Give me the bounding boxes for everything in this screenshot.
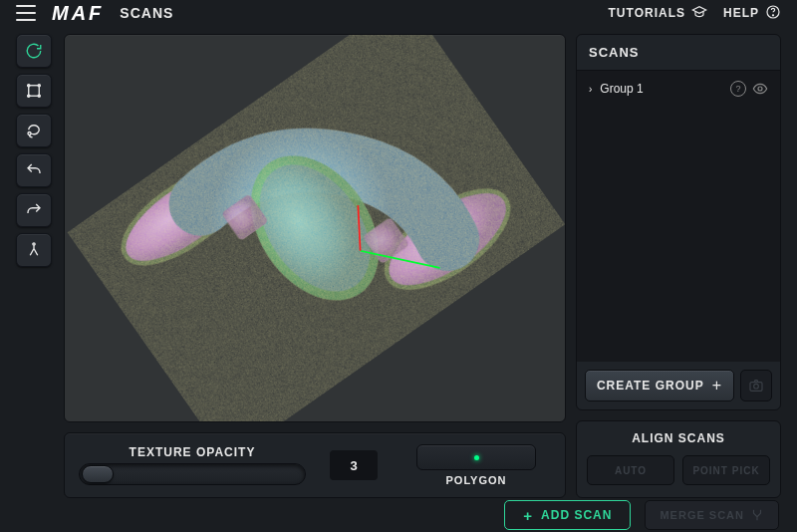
align-scans-title: ALIGN SCANS (587, 431, 770, 445)
svg-point-20 (754, 384, 759, 389)
svg-point-7 (28, 133, 31, 135)
plus-icon: + (712, 377, 722, 395)
svg-point-3 (28, 85, 30, 87)
snapshot-button[interactable] (740, 370, 772, 401)
svg-point-5 (28, 95, 30, 97)
slider-thumb[interactable] (82, 465, 114, 483)
create-group-button[interactable]: CREATE GROUP + (585, 370, 734, 401)
tutorials-label: TUTORIALS (609, 6, 685, 20)
measure-tool[interactable] (16, 233, 52, 267)
menu-icon[interactable] (16, 5, 36, 21)
svg-point-1 (772, 14, 773, 15)
plus-icon: + (523, 507, 533, 524)
redo-button[interactable] (16, 193, 52, 227)
scans-panel-title: SCANS (577, 35, 780, 71)
page-title: SCANS (120, 5, 173, 21)
undo-button[interactable] (16, 153, 52, 187)
merge-icon (750, 508, 764, 522)
app-header: MAF SCANS TUTORIALS HELP (0, 0, 797, 26)
texture-opacity-label: TEXTURE OPACITY (79, 445, 306, 459)
merge-scan-button[interactable]: MERGE SCAN (645, 500, 779, 530)
lasso-tool[interactable] (16, 114, 52, 147)
help-label: HELP (723, 6, 759, 20)
svg-rect-2 (29, 86, 40, 97)
align-point-pick-button[interactable]: POINT PICK (682, 455, 770, 485)
scan-group-item[interactable]: › Group 1 ? (589, 81, 768, 97)
chevron-right-icon: › (589, 84, 592, 95)
bottom-action-bar: + ADD SCAN MERGE SCAN (0, 498, 797, 532)
group-label: Group 1 (600, 82, 643, 96)
question-circle-icon (765, 4, 781, 23)
align-auto-button[interactable]: AUTO (587, 455, 674, 485)
render-mode-toggle[interactable] (416, 444, 536, 470)
align-scans-panel: ALIGN SCANS AUTO POINT PICK (576, 420, 781, 498)
logo: MAF (52, 2, 104, 25)
tool-rail (16, 34, 54, 498)
svg-point-8 (33, 243, 35, 245)
texture-opacity-slider[interactable] (79, 463, 306, 485)
graduation-cap-icon (691, 4, 707, 23)
svg-point-18 (758, 87, 762, 91)
svg-point-4 (38, 85, 40, 87)
eye-icon[interactable] (752, 81, 768, 97)
texture-opacity-value[interactable]: 3 (330, 450, 378, 480)
3d-viewport[interactable] (64, 34, 566, 422)
viewport-footer: TEXTURE OPACITY 3 POLYGON (64, 432, 566, 498)
camera-icon (748, 378, 764, 394)
rectangle-select-tool[interactable] (16, 74, 52, 108)
svg-point-6 (38, 95, 40, 97)
orbit-tool[interactable] (16, 34, 52, 68)
render-mode-label: POLYGON (401, 474, 551, 486)
tutorials-link[interactable]: TUTORIALS (609, 4, 707, 23)
help-icon[interactable]: ? (730, 81, 746, 97)
scans-panel: SCANS › Group 1 ? CREATE GROUP + (576, 34, 781, 410)
scanned-model (65, 35, 565, 421)
add-scan-button[interactable]: + ADD SCAN (504, 500, 631, 530)
help-link[interactable]: HELP (723, 4, 781, 23)
